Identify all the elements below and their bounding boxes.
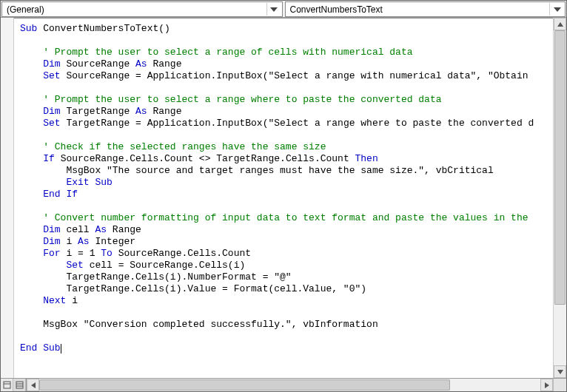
scroll-right-button[interactable] <box>540 379 553 391</box>
chevron-down-icon <box>549 3 562 16</box>
hscroll-track[interactable] <box>39 379 540 391</box>
horizontal-scrollbar[interactable] <box>27 379 553 391</box>
full-module-view-button[interactable] <box>13 379 26 391</box>
svg-rect-2 <box>16 382 23 388</box>
scrollbar-corner <box>553 379 566 391</box>
object-dropdown-label: (General) <box>7 4 44 15</box>
code-text[interactable]: Sub ConvertNumbersToText() ' Prompt the … <box>14 18 553 378</box>
view-mode-buttons <box>1 379 27 391</box>
scroll-left-button[interactable] <box>27 379 39 391</box>
vscroll-track[interactable] <box>554 30 566 365</box>
vbe-code-window: { "dropdowns": { "object": "(General)", … <box>0 0 567 392</box>
procedure-dropdown-label: ConvertNumbersToText <box>290 4 383 15</box>
margin-indicator-bar <box>1 18 14 378</box>
code-pane[interactable]: Sub ConvertNumbersToText() ' Prompt the … <box>14 18 553 378</box>
bottom-bar <box>1 378 566 391</box>
object-dropdown[interactable]: (General) <box>1 1 283 17</box>
object-procedure-bar: (General) ConvertNumbersToText <box>1 1 566 18</box>
procedure-dropdown[interactable]: ConvertNumbersToText <box>285 1 566 17</box>
scroll-down-button[interactable] <box>554 365 566 378</box>
editor-area: Sub ConvertNumbersToText() ' Prompt the … <box>1 18 566 378</box>
chevron-down-icon <box>266 3 279 16</box>
hscroll-thumb[interactable] <box>39 379 450 391</box>
procedure-view-button[interactable] <box>1 379 13 391</box>
svg-rect-0 <box>4 382 10 388</box>
vertical-scrollbar[interactable] <box>553 18 566 378</box>
scroll-up-button[interactable] <box>554 18 566 30</box>
vscroll-thumb[interactable] <box>554 30 566 305</box>
text-caret <box>61 344 61 354</box>
